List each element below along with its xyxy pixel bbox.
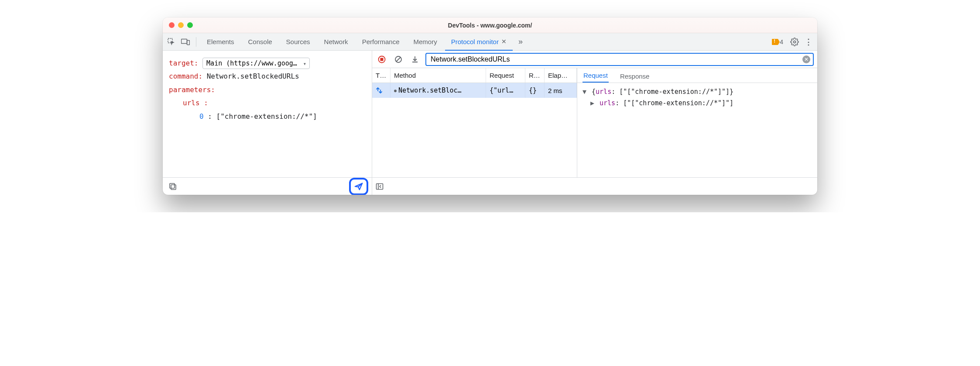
detail-pane: Request Response ▼ {urls: ["["chrome-ext… [577,68,817,177]
target-label: target [169,59,194,67]
col-elapsed[interactable]: Elap… [545,68,577,83]
settings-icon[interactable] [788,36,801,48]
tab-sources[interactable]: Sources [280,33,316,50]
detail-tab-request[interactable]: Request [583,69,609,83]
table-header: T… Method Request R… Elap… [372,68,577,83]
tab-label: Sources [286,38,310,45]
tab-performance[interactable]: Performance [356,33,406,50]
command-editor-pane: target: Main (https://www.goog… command:… [163,51,372,195]
tab-label: Protocol monitor [451,38,499,45]
download-icon[interactable] [409,53,421,66]
separator [196,37,196,47]
col-method[interactable]: Method [391,68,486,83]
svg-rect-7 [380,58,384,61]
caret-down-icon[interactable]: ▼ [583,86,588,98]
row-elapsed: 2 ms [545,83,577,98]
editor-row-param-item[interactable]: 0 : ["chrome-extension://*"] [169,110,366,123]
row-request: {"url… [486,83,525,98]
col-response[interactable]: R… [525,68,545,83]
tree-row[interactable]: ▼ {urls: ["["chrome-extension://*"]"]} [583,86,812,98]
tab-elements[interactable]: Elements [201,33,240,50]
tab-label: Network [324,38,348,45]
copy-icon[interactable] [166,180,179,193]
log-table: T… Method Request R… Elap… ●Network.setB… [372,68,577,177]
tab-memory[interactable]: Memory [408,33,443,50]
svg-rect-5 [170,183,175,188]
command-value[interactable]: Network.setBlockedURLs [207,72,299,80]
kebab-menu-icon[interactable]: ⋮ [802,36,815,48]
table-row[interactable]: ●Network.setBloc… {"url… {} 2 ms [372,83,577,98]
protocol-log-pane: ✕ T… Method Request R… Elap… [372,51,817,195]
detail-tree: ▼ {urls: ["["chrome-extension://*"]"]} ▶… [577,83,817,112]
devtools-window: DevTools - www.google.com/ Elements Cons… [163,17,817,195]
tab-console[interactable]: Console [242,33,278,50]
log-toolbar: ✕ [372,51,817,68]
minimize-window-button[interactable] [178,22,184,28]
editor-row-param-name: urls : [169,97,366,110]
warning-flag-icon: ! [772,39,778,45]
tab-label: Elements [207,38,234,45]
tab-label: Console [248,38,272,45]
protocol-monitor-content: target: Main (https://www.goog… command:… [163,51,817,195]
param-value: ["chrome-extension://*"] [216,112,317,121]
row-response: {} [525,83,545,98]
tab-label: Performance [362,38,400,45]
titlebar: DevTools - www.google.com/ [163,17,817,33]
svg-rect-4 [171,185,176,190]
clear-log-icon[interactable] [392,53,404,66]
main-tabbar: Elements Console Sources Network Perform… [163,33,817,51]
tab-label: Memory [414,38,437,45]
device-toolbar-icon[interactable] [179,36,192,48]
row-method: Network.setBloc… [398,86,462,94]
tree-row[interactable]: ▶ urls: ["["chrome-extension://*"]"] [583,98,812,109]
maximize-window-button[interactable] [187,22,193,28]
command-label: command [169,72,198,80]
tree-prop: urls [600,99,615,107]
target-select[interactable]: Main (https://www.goog… [202,58,310,69]
svg-rect-2 [187,40,190,45]
param-name: urls [183,99,200,107]
table-empty-area [372,98,577,177]
svg-point-3 [794,41,796,43]
clear-filter-icon[interactable]: ✕ [802,55,810,63]
filter-input[interactable] [431,55,802,63]
command-editor: target: Main (https://www.goog… command:… [163,51,372,177]
svg-line-9 [396,57,401,62]
row-type-icon [372,83,391,98]
filter-box[interactable]: ✕ [425,53,814,66]
param-index: 0 [199,112,204,121]
svg-rect-1 [182,39,187,43]
editor-row-command: command: Network.setBlockedURLs [169,70,366,83]
collapse-sidebar-icon[interactable] [376,183,384,190]
editor-row-parameters: parameters: [169,83,366,97]
more-tabs-icon[interactable]: » [514,36,527,48]
tree-prop: urls [596,88,611,96]
window-title: DevTools - www.google.com/ [163,22,817,29]
detail-tab-response[interactable]: Response [619,70,651,83]
tab-protocol-monitor[interactable]: Protocol monitor ✕ [445,34,513,51]
warnings-badge[interactable]: ! 4 [768,38,787,45]
close-tab-icon[interactable]: ✕ [501,38,507,45]
log-body: T… Method Request R… Elap… ●Network.setB… [372,68,817,177]
parameters-label: parameters [169,86,211,94]
editor-footer [163,177,372,195]
warning-count: 4 [780,38,783,45]
tab-network[interactable]: Network [318,33,354,50]
record-button[interactable] [376,53,388,66]
col-request[interactable]: Request [486,68,525,83]
tree-value: ["["chrome-extension://*"]"] [623,99,733,107]
col-type[interactable]: T… [372,68,391,83]
window-controls [169,22,193,28]
log-footer [372,177,817,195]
close-window-button[interactable] [169,22,175,28]
inspect-element-icon[interactable] [165,36,178,48]
editor-row-target: target: Main (https://www.goog… [169,57,366,70]
detail-tabs: Request Response [577,68,817,83]
send-command-button[interactable] [349,178,368,195]
caret-right-icon[interactable]: ▶ [590,98,596,109]
